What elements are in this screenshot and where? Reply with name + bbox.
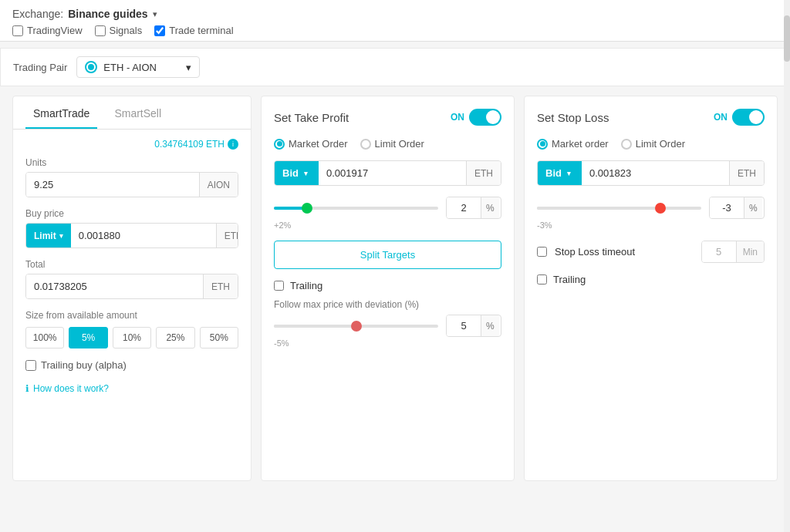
tp-deviation-input-group: % xyxy=(446,315,501,337)
buy-price-dropdown-arrow: ▾ xyxy=(59,232,63,240)
balance-info-icon[interactable]: i xyxy=(228,139,238,150)
pair-circle-icon xyxy=(85,61,97,73)
trade-terminal-input[interactable] xyxy=(154,25,165,36)
stop-loss-timeout-label[interactable]: Stop Loss timeout xyxy=(555,246,635,258)
sl-limit-order-dot xyxy=(621,139,632,150)
tab-smarttrade[interactable]: SmartTrade xyxy=(25,96,97,129)
take-profit-toggle-track[interactable] xyxy=(469,109,501,126)
size-btn-100[interactable]: 100% xyxy=(25,327,64,348)
stop-loss-timeout-input[interactable] xyxy=(702,241,736,262)
tp-limit-order-radio[interactable]: Limit Order xyxy=(360,138,424,150)
units-input-row: AION xyxy=(25,172,238,197)
sl-bid-arrow[interactable]: ▾ xyxy=(564,170,574,177)
tp-deviation-slider-track[interactable] xyxy=(274,325,438,328)
sl-slider-fill xyxy=(537,207,660,210)
trading-pair-label: Trading Pair xyxy=(13,62,67,73)
buy-price-type-label: Limit xyxy=(34,231,56,241)
take-profit-toggle-thumb xyxy=(486,110,500,124)
buy-price-input[interactable] xyxy=(71,224,216,247)
sl-bid-label: Bid xyxy=(545,167,562,179)
stop-loss-toggle[interactable]: ON xyxy=(714,109,765,126)
sl-trailing-checkbox[interactable] xyxy=(537,274,547,285)
sl-trailing-label[interactable]: Trailing xyxy=(553,274,586,285)
tabs-row: SmartTrade SmartSell xyxy=(13,96,251,130)
stop-loss-order-type-row: Market order Limit Order xyxy=(537,138,765,150)
total-suffix: ETH xyxy=(203,274,238,298)
exchange-dropdown-arrow[interactable]: ▾ xyxy=(153,9,157,19)
tp-bid-btn[interactable]: Bid ▾ xyxy=(275,161,319,185)
tp-deviation-slider-row: % xyxy=(274,315,501,337)
stop-loss-timeout-suffix: Min xyxy=(736,241,764,262)
trailing-buy-label[interactable]: Trailing buy (alpha) xyxy=(41,359,127,371)
tp-trailing-label[interactable]: Trailing xyxy=(290,280,322,291)
sl-bid-row: Bid ▾ ETH xyxy=(537,160,765,186)
tab-smartsell[interactable]: SmartSell xyxy=(106,96,169,129)
take-profit-order-type-row: Market Order Limit Order xyxy=(274,138,501,150)
trading-pair-select[interactable]: ETH - AION ▾ xyxy=(76,56,200,78)
tp-deviation-input[interactable] xyxy=(447,315,481,336)
take-profit-header: Set Take Profit ON xyxy=(274,109,501,126)
tp-market-order-label: Market Order xyxy=(289,138,348,150)
exchange-name[interactable]: Binance guides xyxy=(68,8,147,20)
sl-slider-track[interactable] xyxy=(537,207,701,210)
sl-bid-btn[interactable]: Bid ▾ xyxy=(538,161,582,185)
tp-bid-arrow[interactable]: ▾ xyxy=(301,170,311,177)
balance-info: 0.34764109 ETH i xyxy=(25,139,238,150)
stop-loss-timeout-checkbox[interactable] xyxy=(537,247,547,257)
buy-price-type-btn[interactable]: Limit ▾ xyxy=(26,224,71,247)
take-profit-title: Set Take Profit xyxy=(274,111,349,124)
size-buttons-row: 100% 5% 10% 25% 50% xyxy=(25,327,238,348)
size-btn-5[interactable]: 5% xyxy=(69,327,107,348)
tp-deviation-pct: % xyxy=(481,315,499,336)
how-it-works-link[interactable]: ℹ How does it work? xyxy=(25,383,238,394)
trade-terminal-label: Trade terminal xyxy=(169,25,233,36)
tp-bid-row: Bid ▾ ETH xyxy=(274,160,501,186)
stop-loss-timeout-input-group: Min xyxy=(701,241,765,263)
tp-trailing-checkbox[interactable] xyxy=(274,281,284,291)
tp-slider-thumb[interactable] xyxy=(302,203,312,214)
size-btn-10[interactable]: 10% xyxy=(113,327,151,348)
buy-price-input-row: Limit ▾ ETH xyxy=(25,223,238,248)
sl-trailing-header: Trailing xyxy=(537,274,765,285)
tp-slider-row: % xyxy=(274,197,501,219)
tp-slider-track[interactable] xyxy=(274,207,438,210)
signals-checkbox[interactable]: Signals xyxy=(95,25,143,36)
sl-bid-suffix: ETH xyxy=(729,161,764,185)
sl-bid-input[interactable] xyxy=(582,161,729,185)
sl-slider-input[interactable] xyxy=(710,197,744,218)
how-it-works-icon: ℹ xyxy=(25,383,29,394)
take-profit-toggle[interactable]: ON xyxy=(451,109,501,126)
tp-deviation-slider-label: -5% xyxy=(274,338,501,348)
tp-slider-area: % +2% xyxy=(274,197,501,230)
tp-bid-input[interactable] xyxy=(319,161,466,185)
tradingview-input[interactable] xyxy=(12,25,23,36)
pair-circle-inner xyxy=(88,64,94,70)
units-suffix: AION xyxy=(199,173,238,197)
signals-input[interactable] xyxy=(95,25,106,36)
sl-market-order-radio[interactable]: Market order xyxy=(537,138,609,150)
size-btn-25[interactable]: 25% xyxy=(156,327,194,348)
tp-market-order-radio[interactable]: Market Order xyxy=(274,138,348,150)
trailing-buy-checkbox[interactable] xyxy=(25,360,36,371)
total-input[interactable] xyxy=(26,274,203,298)
pair-text: ETH - AION xyxy=(103,62,180,73)
scrollbar-thumb[interactable] xyxy=(784,15,790,62)
tp-slider-input[interactable] xyxy=(447,197,481,218)
size-btn-50[interactable]: 50% xyxy=(200,327,238,348)
scrollbar[interactable] xyxy=(784,0,790,532)
tp-market-order-dot xyxy=(274,139,285,150)
sl-slider-input-group: % xyxy=(709,197,765,219)
tp-deviation-slider-thumb[interactable] xyxy=(351,321,362,332)
split-targets-btn[interactable]: Split Targets xyxy=(274,241,501,269)
take-profit-panel: Set Take Profit ON Market Order Limit Or… xyxy=(261,96,515,481)
trailing-buy-row: Trailing buy (alpha) xyxy=(25,359,238,371)
size-label: Size from available amount xyxy=(25,310,238,321)
units-input[interactable] xyxy=(26,173,199,197)
tp-trailing-header: Trailing xyxy=(274,280,501,291)
sl-slider-thumb[interactable] xyxy=(655,203,666,214)
trade-terminal-checkbox[interactable]: Trade terminal xyxy=(154,25,233,36)
take-profit-toggle-label: ON xyxy=(451,112,464,123)
stop-loss-toggle-track[interactable] xyxy=(732,109,765,126)
tradingview-checkbox[interactable]: TradingView xyxy=(12,25,83,36)
sl-limit-order-radio[interactable]: Limit Order xyxy=(621,138,685,150)
